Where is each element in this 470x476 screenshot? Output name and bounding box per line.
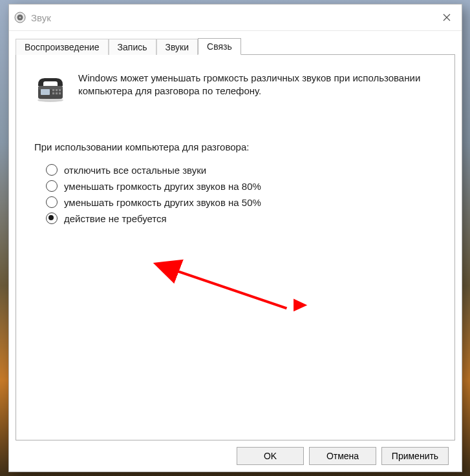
apply-button[interactable]: Применить [381, 447, 449, 465]
intro-text: Windows может уменьшать громкость различ… [78, 72, 436, 98]
svg-point-2 [19, 16, 21, 18]
radio-label: отключить все остальные звуки [64, 165, 206, 176]
radio-reduce-50[interactable]: уменьшать громкость других звуков на 50% [46, 196, 436, 208]
tab-playback[interactable]: Воспроизведение [16, 39, 109, 55]
svg-rect-8 [52, 89, 54, 91]
tab-strip: Воспроизведение Запись Звуки Связь [16, 36, 455, 54]
speaker-icon [14, 12, 26, 23]
radio-group: отключить все остальные звуки уменьшать … [46, 164, 436, 224]
close-button[interactable] [432, 5, 462, 30]
svg-rect-9 [56, 89, 58, 91]
annotation-arrow [16, 55, 454, 440]
radio-icon [46, 212, 58, 224]
window-title: Звук [31, 12, 432, 23]
tab-communications[interactable]: Связь [198, 38, 241, 55]
svg-rect-7 [41, 89, 50, 95]
radio-label: уменьшать громкость других звуков на 80% [64, 181, 261, 192]
tab-panel: Windows может уменьшать громкость различ… [16, 54, 455, 440]
dialog-buttons: OK Отмена Применить [16, 440, 455, 471]
svg-rect-12 [56, 92, 58, 94]
titlebar: Звук [9, 5, 462, 31]
radio-reduce-80[interactable]: уменьшать громкость других звуков на 80% [46, 180, 436, 192]
radio-label: действие не требуется [64, 213, 167, 224]
svg-rect-11 [52, 92, 54, 94]
radio-icon [46, 164, 58, 176]
svg-line-15 [174, 270, 287, 309]
sound-dialog: Звук Воспроизведение Запись Звуки Связь [8, 4, 462, 472]
svg-rect-10 [59, 89, 61, 91]
radio-mute-all[interactable]: отключить все остальные звуки [46, 164, 436, 176]
radio-icon [46, 180, 58, 192]
svg-point-14 [37, 98, 63, 102]
radio-do-nothing[interactable]: действие не требуется [46, 212, 436, 224]
cancel-button[interactable]: Отмена [309, 447, 376, 465]
client-area: Воспроизведение Запись Звуки Связь [9, 31, 462, 471]
close-icon [443, 14, 451, 21]
phone-icon [34, 72, 67, 104]
tab-sounds[interactable]: Звуки [156, 39, 198, 55]
radio-label: уменьшать громкость других звуков на 50% [64, 197, 261, 208]
radio-icon [46, 196, 58, 208]
ok-button[interactable]: OK [237, 447, 304, 465]
tab-recording[interactable]: Запись [109, 39, 156, 55]
group-label: При использовании компьютера для разгово… [34, 141, 436, 152]
intro-row: Windows может уменьшать громкость различ… [34, 72, 436, 104]
svg-rect-13 [59, 92, 61, 94]
